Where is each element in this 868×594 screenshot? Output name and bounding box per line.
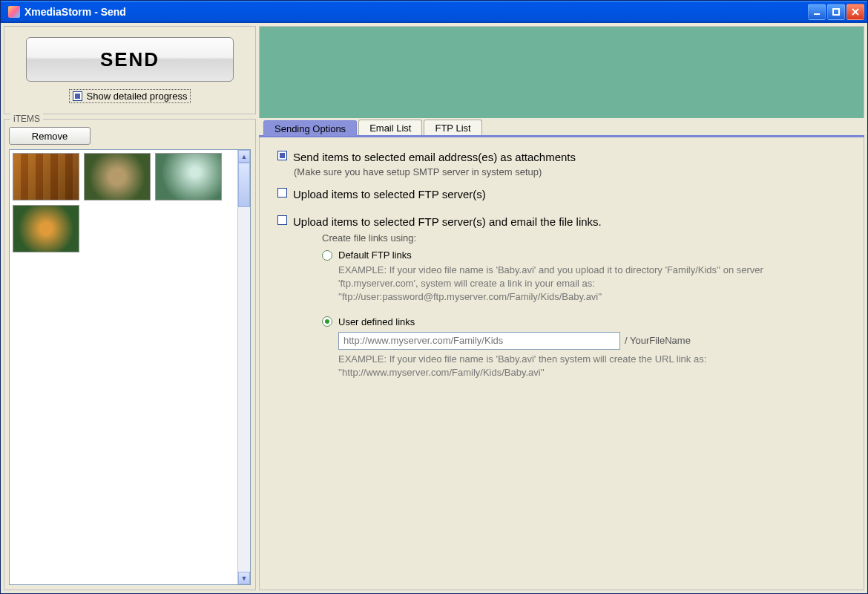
ftp-email-checkbox[interactable]: [277, 215, 287, 225]
user-defined-example: EXAMPLE: If your video file name is 'Bab…: [338, 353, 843, 379]
default-ftp-label: Default FTP links: [338, 249, 412, 261]
scroll-track[interactable]: [238, 163, 250, 572]
thumbnail-item[interactable]: [13, 153, 79, 200]
user-defined-radio[interactable]: [322, 316, 332, 327]
close-button[interactable]: [846, 4, 864, 20]
send-panel: SEND Show detailed progress: [4, 26, 256, 114]
items-group-label: iTEMS: [10, 114, 43, 124]
thumbnails: [10, 150, 237, 584]
thumbnail-item[interactable]: [155, 153, 222, 200]
option-ftp-upload[interactable]: Upload items to selected FTP server(s): [277, 188, 846, 200]
url-row: / YourFileName: [338, 332, 846, 350]
tab-content: Send items to selected email address(es)…: [259, 137, 864, 590]
tab-bar: Sending Options Email List FTP List: [259, 118, 864, 137]
radio-default-ftp-links[interactable]: Default FTP links: [322, 249, 846, 261]
email-attach-label: Send items to selected email address(es)…: [293, 151, 576, 163]
window-title: XmediaStorm - Send: [24, 6, 808, 18]
tab-ftp-list[interactable]: FTP List: [424, 120, 481, 135]
show-progress-checkbox[interactable]: [73, 91, 82, 101]
window-buttons: [808, 4, 864, 20]
show-progress-label: Show detailed progress: [87, 91, 188, 102]
sidebar: SEND Show detailed progress iTEMS Remove: [4, 26, 256, 590]
option-email-attachments[interactable]: Send items to selected email address(es)…: [277, 151, 846, 163]
ftp-upload-checkbox[interactable]: [277, 188, 287, 198]
scrollbar[interactable]: ▲ ▼: [237, 150, 250, 584]
file-links-block: Create file links using: Default FTP lin…: [322, 232, 846, 379]
scroll-thumb[interactable]: [238, 163, 250, 207]
show-progress-row[interactable]: Show detailed progress: [69, 89, 191, 103]
url-input[interactable]: [338, 332, 620, 350]
default-ftp-example: EXAMPLE: If your video file name is 'Bab…: [338, 264, 843, 304]
maximize-button[interactable]: [827, 4, 845, 20]
app-icon: [8, 6, 20, 18]
tab-email-list[interactable]: Email List: [358, 120, 422, 135]
titlebar: XmediaStorm - Send: [1, 1, 867, 23]
scroll-down-icon[interactable]: ▼: [238, 572, 250, 584]
email-attach-note: (Make sure you have setup SMTP server in…: [294, 166, 846, 177]
app-window: XmediaStorm - Send SEND Show detailed pr…: [0, 0, 868, 594]
ftp-upload-label: Upload items to selected FTP server(s): [293, 188, 486, 200]
minimize-button[interactable]: [808, 4, 826, 20]
radio-user-defined-links[interactable]: User defined links: [322, 316, 846, 327]
default-ftp-radio[interactable]: [322, 250, 332, 261]
main-panel: Sending Options Email List FTP List Send…: [259, 26, 864, 590]
items-group: iTEMS Remove ▲ ▼: [4, 119, 256, 590]
user-defined-label: User defined links: [338, 316, 415, 327]
url-suffix: / YourFileName: [625, 335, 691, 346]
thumbnail-item[interactable]: [13, 205, 79, 252]
tab-sending-options[interactable]: Sending Options: [263, 120, 357, 136]
ftp-email-label: Upload items to selected FTP server(s) a…: [293, 215, 602, 228]
create-links-label: Create file links using:: [322, 232, 846, 244]
svg-rect-1: [833, 9, 839, 15]
scroll-up-icon[interactable]: ▲: [238, 150, 250, 163]
remove-button[interactable]: Remove: [9, 127, 91, 145]
thumbnails-container: ▲ ▼: [9, 149, 251, 585]
email-attach-checkbox[interactable]: [277, 151, 287, 160]
window-body: SEND Show detailed progress iTEMS Remove: [1, 23, 867, 593]
option-ftp-email-links[interactable]: Upload items to selected FTP server(s) a…: [277, 215, 846, 228]
banner: [259, 26, 864, 118]
send-button[interactable]: SEND: [26, 37, 234, 82]
thumbnail-item[interactable]: [84, 153, 151, 200]
